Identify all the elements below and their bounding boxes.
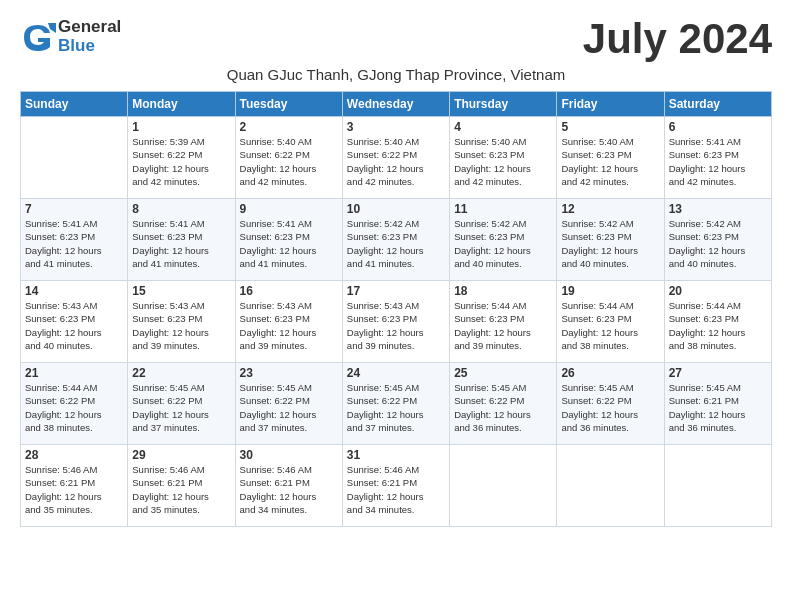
- day-number: 5: [561, 120, 659, 134]
- calendar-cell: 9Sunrise: 5:41 AM Sunset: 6:23 PM Daylig…: [235, 199, 342, 281]
- day-number: 22: [132, 366, 230, 380]
- calendar-cell: 4Sunrise: 5:40 AM Sunset: 6:23 PM Daylig…: [450, 117, 557, 199]
- calendar-cell: 11Sunrise: 5:42 AM Sunset: 6:23 PM Dayli…: [450, 199, 557, 281]
- calendar-cell: 7Sunrise: 5:41 AM Sunset: 6:23 PM Daylig…: [21, 199, 128, 281]
- day-number: 3: [347, 120, 445, 134]
- header-row: Sunday Monday Tuesday Wednesday Thursday…: [21, 92, 772, 117]
- col-thursday: Thursday: [450, 92, 557, 117]
- logo-text: General Blue: [58, 18, 121, 55]
- calendar-cell: 16Sunrise: 5:43 AM Sunset: 6:23 PM Dayli…: [235, 281, 342, 363]
- col-sunday: Sunday: [21, 92, 128, 117]
- day-number: 1: [132, 120, 230, 134]
- day-number: 7: [25, 202, 123, 216]
- calendar-cell: 1Sunrise: 5:39 AM Sunset: 6:22 PM Daylig…: [128, 117, 235, 199]
- day-number: 17: [347, 284, 445, 298]
- calendar-cell: 25Sunrise: 5:45 AM Sunset: 6:22 PM Dayli…: [450, 363, 557, 445]
- week-row-4: 21Sunrise: 5:44 AM Sunset: 6:22 PM Dayli…: [21, 363, 772, 445]
- day-number: 21: [25, 366, 123, 380]
- calendar-cell: 17Sunrise: 5:43 AM Sunset: 6:23 PM Dayli…: [342, 281, 449, 363]
- day-info: Sunrise: 5:45 AM Sunset: 6:22 PM Dayligh…: [132, 381, 230, 434]
- month-title: July 2024: [583, 18, 772, 60]
- day-number: 14: [25, 284, 123, 298]
- calendar-page: General Blue July 2024 Quan GJuc Thanh, …: [0, 0, 792, 545]
- day-info: Sunrise: 5:39 AM Sunset: 6:22 PM Dayligh…: [132, 135, 230, 188]
- day-info: Sunrise: 5:46 AM Sunset: 6:21 PM Dayligh…: [347, 463, 445, 516]
- col-wednesday: Wednesday: [342, 92, 449, 117]
- day-info: Sunrise: 5:40 AM Sunset: 6:22 PM Dayligh…: [240, 135, 338, 188]
- day-info: Sunrise: 5:43 AM Sunset: 6:23 PM Dayligh…: [132, 299, 230, 352]
- day-info: Sunrise: 5:41 AM Sunset: 6:23 PM Dayligh…: [25, 217, 123, 270]
- calendar-cell: 23Sunrise: 5:45 AM Sunset: 6:22 PM Dayli…: [235, 363, 342, 445]
- day-info: Sunrise: 5:42 AM Sunset: 6:23 PM Dayligh…: [347, 217, 445, 270]
- logo: General Blue: [20, 18, 121, 55]
- calendar-cell: 26Sunrise: 5:45 AM Sunset: 6:22 PM Dayli…: [557, 363, 664, 445]
- calendar-cell: 20Sunrise: 5:44 AM Sunset: 6:23 PM Dayli…: [664, 281, 771, 363]
- week-row-2: 7Sunrise: 5:41 AM Sunset: 6:23 PM Daylig…: [21, 199, 772, 281]
- calendar-cell: 18Sunrise: 5:44 AM Sunset: 6:23 PM Dayli…: [450, 281, 557, 363]
- calendar-cell: 29Sunrise: 5:46 AM Sunset: 6:21 PM Dayli…: [128, 445, 235, 527]
- day-number: 29: [132, 448, 230, 462]
- calendar-cell: 21Sunrise: 5:44 AM Sunset: 6:22 PM Dayli…: [21, 363, 128, 445]
- calendar-cell: 24Sunrise: 5:45 AM Sunset: 6:22 PM Dayli…: [342, 363, 449, 445]
- calendar-cell: [450, 445, 557, 527]
- logo-general-text: General: [58, 18, 121, 37]
- day-number: 6: [669, 120, 767, 134]
- logo-blue-text: Blue: [58, 37, 121, 56]
- day-number: 27: [669, 366, 767, 380]
- col-friday: Friday: [557, 92, 664, 117]
- logo-icon: [20, 19, 56, 55]
- calendar-cell: 28Sunrise: 5:46 AM Sunset: 6:21 PM Dayli…: [21, 445, 128, 527]
- day-number: 20: [669, 284, 767, 298]
- day-info: Sunrise: 5:46 AM Sunset: 6:21 PM Dayligh…: [240, 463, 338, 516]
- day-number: 23: [240, 366, 338, 380]
- day-number: 15: [132, 284, 230, 298]
- day-info: Sunrise: 5:41 AM Sunset: 6:23 PM Dayligh…: [669, 135, 767, 188]
- calendar-cell: 3Sunrise: 5:40 AM Sunset: 6:22 PM Daylig…: [342, 117, 449, 199]
- calendar-cell: 8Sunrise: 5:41 AM Sunset: 6:23 PM Daylig…: [128, 199, 235, 281]
- calendar-cell: 10Sunrise: 5:42 AM Sunset: 6:23 PM Dayli…: [342, 199, 449, 281]
- week-row-3: 14Sunrise: 5:43 AM Sunset: 6:23 PM Dayli…: [21, 281, 772, 363]
- week-row-5: 28Sunrise: 5:46 AM Sunset: 6:21 PM Dayli…: [21, 445, 772, 527]
- day-info: Sunrise: 5:41 AM Sunset: 6:23 PM Dayligh…: [240, 217, 338, 270]
- day-number: 12: [561, 202, 659, 216]
- calendar-cell: [557, 445, 664, 527]
- subtitle: Quan GJuc Thanh, GJong Thap Province, Vi…: [20, 66, 772, 83]
- day-info: Sunrise: 5:45 AM Sunset: 6:22 PM Dayligh…: [347, 381, 445, 434]
- day-number: 28: [25, 448, 123, 462]
- day-info: Sunrise: 5:40 AM Sunset: 6:23 PM Dayligh…: [561, 135, 659, 188]
- day-info: Sunrise: 5:42 AM Sunset: 6:23 PM Dayligh…: [561, 217, 659, 270]
- col-tuesday: Tuesday: [235, 92, 342, 117]
- day-number: 18: [454, 284, 552, 298]
- calendar-cell: 19Sunrise: 5:44 AM Sunset: 6:23 PM Dayli…: [557, 281, 664, 363]
- day-number: 19: [561, 284, 659, 298]
- day-info: Sunrise: 5:45 AM Sunset: 6:21 PM Dayligh…: [669, 381, 767, 434]
- calendar-table: Sunday Monday Tuesday Wednesday Thursday…: [20, 91, 772, 527]
- calendar-cell: 2Sunrise: 5:40 AM Sunset: 6:22 PM Daylig…: [235, 117, 342, 199]
- day-info: Sunrise: 5:42 AM Sunset: 6:23 PM Dayligh…: [454, 217, 552, 270]
- calendar-cell: 27Sunrise: 5:45 AM Sunset: 6:21 PM Dayli…: [664, 363, 771, 445]
- col-monday: Monday: [128, 92, 235, 117]
- day-number: 2: [240, 120, 338, 134]
- day-number: 31: [347, 448, 445, 462]
- day-info: Sunrise: 5:40 AM Sunset: 6:22 PM Dayligh…: [347, 135, 445, 188]
- day-number: 30: [240, 448, 338, 462]
- day-number: 25: [454, 366, 552, 380]
- calendar-cell: 30Sunrise: 5:46 AM Sunset: 6:21 PM Dayli…: [235, 445, 342, 527]
- day-info: Sunrise: 5:43 AM Sunset: 6:23 PM Dayligh…: [25, 299, 123, 352]
- calendar-cell: 5Sunrise: 5:40 AM Sunset: 6:23 PM Daylig…: [557, 117, 664, 199]
- day-info: Sunrise: 5:45 AM Sunset: 6:22 PM Dayligh…: [240, 381, 338, 434]
- day-number: 13: [669, 202, 767, 216]
- calendar-cell: [664, 445, 771, 527]
- day-info: Sunrise: 5:46 AM Sunset: 6:21 PM Dayligh…: [132, 463, 230, 516]
- day-info: Sunrise: 5:43 AM Sunset: 6:23 PM Dayligh…: [347, 299, 445, 352]
- col-saturday: Saturday: [664, 92, 771, 117]
- calendar-cell: 14Sunrise: 5:43 AM Sunset: 6:23 PM Dayli…: [21, 281, 128, 363]
- calendar-cell: 31Sunrise: 5:46 AM Sunset: 6:21 PM Dayli…: [342, 445, 449, 527]
- day-info: Sunrise: 5:41 AM Sunset: 6:23 PM Dayligh…: [132, 217, 230, 270]
- day-number: 9: [240, 202, 338, 216]
- day-info: Sunrise: 5:45 AM Sunset: 6:22 PM Dayligh…: [454, 381, 552, 434]
- day-number: 8: [132, 202, 230, 216]
- day-number: 26: [561, 366, 659, 380]
- day-info: Sunrise: 5:44 AM Sunset: 6:23 PM Dayligh…: [561, 299, 659, 352]
- day-info: Sunrise: 5:40 AM Sunset: 6:23 PM Dayligh…: [454, 135, 552, 188]
